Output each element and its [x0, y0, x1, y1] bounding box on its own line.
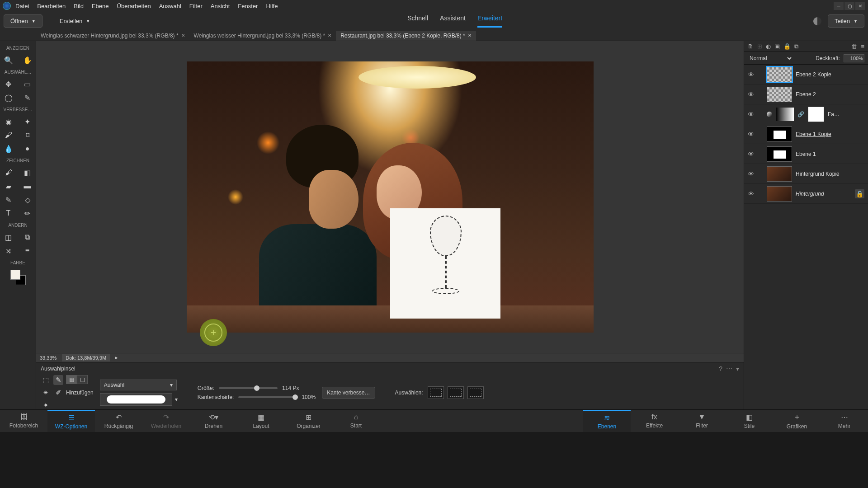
organizer-button[interactable]: ⊞Organizer [285, 410, 332, 432]
layer-name[interactable]: Hintergrund Kopie [796, 171, 840, 177]
grafiken-button[interactable]: ＋Grafiken [773, 410, 821, 432]
menu-datei[interactable]: Datei [15, 3, 29, 9]
smart-brush-tool[interactable]: 🖌 [4, 130, 14, 140]
size-slider[interactable] [219, 387, 278, 389]
color-swatch[interactable] [10, 270, 26, 285]
layer-row[interactable]: 👁Ebene 1 Kopie [744, 124, 868, 144]
visibility-icon[interactable]: 👁 [748, 91, 754, 98]
layer-row[interactable]: 👁Hintergrund Kopie [744, 164, 868, 184]
hand-tool[interactable]: ✋ [23, 55, 33, 65]
delete-layer-icon[interactable]: 🗑 [851, 43, 857, 50]
layout-button[interactable]: ▦Layout [237, 410, 285, 432]
mode-erweitert[interactable]: Erweitert [477, 14, 502, 28]
eyedropper-tool[interactable]: ✎ [4, 195, 14, 205]
brush-tool[interactable]: 🖌 [4, 168, 14, 178]
size-value[interactable]: 114 Px [282, 385, 299, 391]
shape-tool[interactable]: ◇ [23, 195, 33, 205]
menu-hilfe[interactable]: Hilfe [266, 3, 278, 9]
mode-schnell[interactable]: Schnell [407, 14, 428, 28]
refine-edge-button[interactable]: Kante verbesse… [322, 387, 375, 399]
redeye-tool[interactable]: ◉ [4, 117, 14, 127]
clone-tool[interactable]: ⌑ [23, 130, 33, 140]
ebenen-button[interactable]: ≋Ebenen [583, 410, 631, 432]
visibility-icon[interactable]: 👁 [748, 170, 754, 178]
layer-thumb[interactable] [767, 87, 792, 102]
doc-tab-1[interactable]: Weinglas schwarzer Hintergrund.jpg bei 3… [36, 31, 189, 41]
straighten-tool[interactable]: ≡ [23, 246, 33, 256]
wz-optionen-button[interactable]: ☰WZ-Optionen [47, 410, 95, 432]
visibility-icon[interactable]: 👁 [748, 131, 754, 138]
zoom-level[interactable]: 33,33% [40, 355, 57, 361]
undo-button[interactable]: ↶Rückgängig [95, 410, 142, 432]
selection-brush-b-icon[interactable]: ✎ [53, 375, 63, 385]
menu-ebene[interactable]: Ebene [92, 3, 109, 9]
recompose-tool[interactable]: ⧉ [23, 232, 33, 242]
open-button[interactable]: Öffnen▼ [4, 14, 42, 28]
layer-thumb[interactable] [767, 127, 792, 142]
chevron-down-icon[interactable]: ▾ [175, 396, 178, 403]
crop-tool[interactable]: ◫ [4, 232, 14, 242]
selection-brush-a-icon[interactable]: ⬚ [41, 375, 51, 385]
marquee-tool[interactable]: ▭ [23, 79, 33, 89]
brush-preview[interactable] [100, 393, 172, 406]
effekte-button[interactable]: fxEffekte [631, 410, 678, 432]
close-icon[interactable]: ✕ [328, 33, 331, 38]
mask-thumb[interactable] [808, 107, 824, 122]
doc-info[interactable]: Dok: 13,8M/39,9M [62, 354, 110, 361]
layer-name[interactable]: Ebene 1 Kopie [796, 131, 831, 137]
mehr-button[interactable]: ⋯Mehr [821, 410, 868, 432]
menu-fenster[interactable]: Fenster [238, 3, 258, 9]
maximize-button[interactable]: ▢ [844, 2, 854, 10]
new-group-icon[interactable]: ⊞ [757, 43, 762, 50]
edge-slider[interactable] [238, 396, 297, 398]
select-background-button[interactable] [448, 386, 464, 399]
layer-name[interactable]: Hintergrund [796, 191, 824, 197]
auto-select-icon[interactable]: ✦ [41, 400, 51, 410]
content-move-tool[interactable]: ⤨ [4, 246, 14, 256]
gradient-tool[interactable]: ▬ [23, 181, 33, 191]
layer-row[interactable]: 👁Ebene 1 [744, 144, 868, 164]
menu-icon[interactable]: ⋯ [726, 365, 732, 372]
pasted-layer[interactable] [390, 208, 500, 319]
fotobereich-button[interactable]: 🖼Fotobereich [0, 410, 47, 432]
pencil-tool[interactable]: ✏ [23, 208, 33, 218]
layer-name[interactable]: Ebene 1 [796, 151, 816, 157]
theme-icon[interactable] [813, 17, 821, 25]
stile-button[interactable]: ◧Stile [726, 410, 773, 432]
share-button[interactable]: Teilen▼ [828, 14, 864, 28]
collapse-icon[interactable]: ▾ [736, 365, 739, 372]
refine-brush-icon[interactable]: ✐ [53, 388, 63, 398]
layer-thumb[interactable] [767, 67, 792, 82]
spot-tool[interactable]: ✦ [23, 117, 33, 127]
lock-icon[interactable]: 🔒 [783, 43, 791, 50]
info-arrow-icon[interactable]: ▸ [115, 355, 118, 361]
minimize-button[interactable]: ─ [834, 2, 844, 10]
add-subtract-toggle[interactable]: ▦▢ [66, 375, 88, 385]
layer-row[interactable]: 👁Ebene 2 [744, 84, 868, 104]
select-sky-button[interactable] [467, 386, 484, 399]
move-tool[interactable]: ✥ [4, 79, 14, 89]
menu-auswahl[interactable]: Auswahl [159, 3, 181, 9]
opacity-input[interactable] [844, 54, 864, 62]
close-button[interactable]: ✕ [855, 2, 865, 10]
visibility-icon[interactable]: 👁 [748, 190, 754, 197]
redo-button[interactable]: ↷Wiederholen [142, 410, 190, 432]
sponge-tool[interactable]: ● [23, 144, 33, 154]
canvas-view[interactable]: + [36, 41, 744, 353]
layer-row[interactable]: 👁Ebene 2 Kopie [744, 65, 868, 84]
close-icon[interactable]: ✕ [468, 33, 472, 38]
doc-tab-2[interactable]: Weinglas weisser Hintergrund.jpg bei 33,… [189, 31, 336, 41]
adjustment-icon[interactable]: ◐ [766, 43, 771, 50]
layer-name[interactable]: Ebene 2 Kopie [796, 71, 831, 78]
bucket-tool[interactable]: ▰ [4, 181, 14, 191]
select-subject-button[interactable] [428, 386, 444, 399]
zoom-tool[interactable]: 🔍 [4, 55, 14, 65]
layer-thumb[interactable] [767, 186, 792, 202]
doc-tab-3[interactable]: Restaurant.jpg bei 33,3% (Ebene 2 Kopie,… [336, 31, 476, 41]
menu-ueberarbeiten[interactable]: Überarbeiten [117, 3, 151, 9]
close-icon[interactable]: ✕ [181, 33, 185, 38]
layer-thumb[interactable] [767, 166, 792, 182]
rotate-button[interactable]: ⟲▾Drehen [190, 410, 237, 432]
mode-assistent[interactable]: Assistent [440, 14, 466, 28]
magic-wand-icon[interactable]: ✴ [41, 388, 51, 398]
